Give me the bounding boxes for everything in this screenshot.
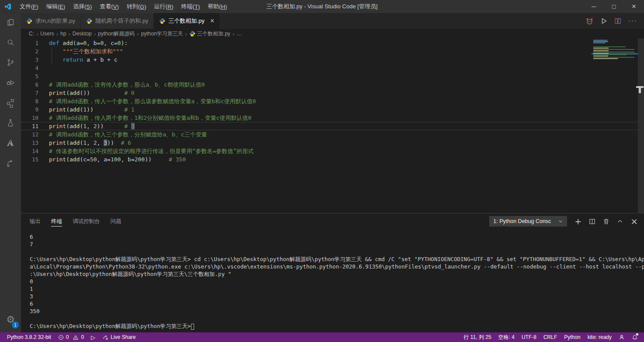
breadcrumb-segment-6[interactable]: 三个数相加.py (189, 30, 230, 38)
terminal-text: 6 (30, 300, 33, 307)
panel-tab-0[interactable]: 输出 (30, 213, 41, 229)
breadcrumb-label: python学习第三天 (141, 30, 183, 38)
line-number[interactable]: 8 (21, 97, 41, 105)
run-icon[interactable] (600, 17, 607, 24)
menu-item-4[interactable]: 转到(G) (123, 0, 150, 13)
kill-terminal-icon[interactable] (603, 218, 609, 225)
problems-status[interactable]: 0 0 (55, 332, 87, 342)
tab-1[interactable]: 随机两个筛子的和.py (81, 13, 154, 29)
breadcrumb-segment-3[interactable]: Desktop (73, 31, 92, 37)
line-number[interactable]: 14 (21, 147, 41, 155)
breadcrumb-segment-2[interactable]: hp (60, 31, 66, 37)
run-and-debug-icon-button[interactable] (0, 73, 21, 94)
terminal-text: 350 (30, 308, 40, 314)
line-number[interactable]: 1 (21, 39, 41, 47)
minimize-button[interactable]: ─ (584, 0, 604, 13)
close-button[interactable]: × (624, 0, 644, 13)
tab-label: 随机两个筛子的和.py (95, 17, 148, 25)
maximize-panel-icon[interactable] (617, 218, 623, 224)
menu-item-2[interactable]: 选择(S) (69, 0, 96, 13)
cursor-position-status[interactable]: 行 11, 列 25 (460, 332, 494, 342)
menu-item-5[interactable]: 运行(R) (150, 0, 178, 13)
line-number[interactable]: 13 (21, 139, 41, 147)
breadcrumb-segment-1[interactable]: Users (40, 31, 54, 37)
code-line-text (41, 64, 52, 72)
manage-button[interactable]: ⚙1 (0, 310, 21, 330)
minimap-line (593, 40, 607, 41)
menu-item-3[interactable]: 查看(V) (96, 0, 122, 13)
minimap-line (593, 44, 636, 45)
breadcrumb-segment-0[interactable]: C: (29, 31, 34, 37)
code-editor[interactable]: 1def add(a=0, b=0, c=0):2 """三个数相加求和"""3… (21, 38, 644, 213)
menu-item-0[interactable]: 文件(F) (16, 0, 42, 13)
scrollbar-slider[interactable] (638, 38, 644, 213)
language-mode-status[interactable]: Python (560, 332, 584, 342)
cat-face-icon[interactable] (586, 17, 593, 25)
line-number[interactable]: 10 (21, 114, 41, 122)
breadcrumb-segment-5[interactable]: python学习第三天 (141, 30, 183, 38)
more-actions-icon[interactable]: ··· (628, 17, 637, 25)
line-number[interactable]: 4 (21, 64, 41, 72)
live-share-status[interactable]: Live Share (99, 332, 139, 342)
line-number[interactable]: 5 (21, 72, 41, 80)
live-share-icon (5, 158, 16, 170)
close-icon[interactable]: × (210, 17, 214, 24)
breadcrumb-segment-4[interactable]: python解题源码 (98, 30, 135, 38)
run-python-file-button[interactable]: ▷ (87, 332, 99, 342)
panel-tab-3[interactable]: 问题 (111, 213, 122, 229)
code-line-text: # 调用add函数，传入一个参数，那么该参数赋值给变量a，变量b和c使用默认值0 (41, 97, 256, 105)
source-control-icon-button[interactable] (0, 53, 21, 73)
panel-tab-2[interactable]: 调试控制台 (73, 213, 100, 229)
line-number[interactable]: 15 (21, 155, 41, 164)
code-token: print (49, 123, 66, 129)
terminal-line: C:\Users\hp\Desktop\python解题源码\python学习第… (30, 255, 640, 263)
search-icon-button[interactable] (0, 33, 21, 53)
panel-tab-1[interactable]: 终端 (51, 213, 62, 229)
explorer-icon-button[interactable] (0, 13, 21, 33)
feedback-button[interactable] (615, 332, 628, 342)
code-line-2: 2 """三个数相加求和""" (21, 47, 644, 56)
terminal-picker[interactable]: 1: Python Debug Consc (489, 216, 567, 227)
terminal[interactable]: 67C:\Users\hp\Desktop\python解题源码\python学… (21, 229, 644, 332)
bottom-panel: 输出终端调试控制台问题 1: Python Debug Consc +× 67C… (21, 213, 644, 332)
close-panel-icon[interactable]: × (630, 217, 638, 226)
kite-status[interactable]: kite: ready (584, 332, 615, 342)
breadcrumb-separator-icon: › (68, 31, 70, 37)
line-number[interactable]: 12 (21, 130, 41, 139)
terminal-text: C:\Users\hp\Desktop\python解题源码\python学习第… (30, 256, 644, 262)
code-token: )) (87, 106, 124, 113)
code-token: """三个数相加求和""" (63, 48, 123, 55)
azure-icon-button[interactable] (0, 134, 21, 154)
split-editor-icon[interactable] (614, 17, 621, 24)
live-share-icon-button[interactable] (0, 154, 21, 174)
code-token: 50 (90, 156, 97, 163)
encoding-status[interactable]: UTF-8 (518, 332, 540, 342)
split-terminal-icon[interactable] (589, 218, 595, 225)
python-interpreter-status[interactable]: Python 3.8.2 32-bit (3, 332, 55, 342)
terminal-line: 6 (30, 233, 640, 241)
indentation-status[interactable]: 空格: 4 (495, 332, 518, 342)
maximize-button[interactable]: □ (604, 0, 624, 13)
line-number[interactable]: 11 (21, 122, 41, 130)
line-number[interactable]: 2 (21, 47, 41, 56)
menu-item-1[interactable]: 编辑(E) (42, 0, 69, 13)
line-number[interactable]: 6 (21, 80, 41, 89)
eol-status[interactable]: CRLF (540, 332, 560, 342)
test-icon-button[interactable] (0, 114, 21, 134)
breadcrumb-segment-7[interactable]: … (237, 31, 242, 37)
line-number[interactable]: 9 (21, 105, 41, 114)
terminal-line: 6 (30, 300, 640, 307)
line-number[interactable]: 3 (21, 56, 41, 64)
menu-item-6[interactable]: 终端(T) (178, 0, 204, 13)
menu-item-7[interactable]: 帮助(H) (204, 0, 231, 13)
notifications-button[interactable] (628, 332, 641, 342)
minimap[interactable] (593, 40, 636, 59)
line-number[interactable]: 7 (21, 89, 41, 97)
editor-scrollbar[interactable] (638, 38, 644, 213)
tab-2[interactable]: 三个数相加.py× (154, 13, 220, 29)
title-bar: 文件(F)编辑(E)选择(S)查看(V)转到(G)运行(R)终端(T)帮助(H)… (0, 0, 644, 13)
extensions-icon-button[interactable] (0, 94, 21, 114)
tab-0[interactable]: 求m,n的阶乘.py (21, 13, 81, 29)
new-terminal-icon[interactable]: + (574, 217, 581, 226)
minimap-line (593, 58, 618, 59)
